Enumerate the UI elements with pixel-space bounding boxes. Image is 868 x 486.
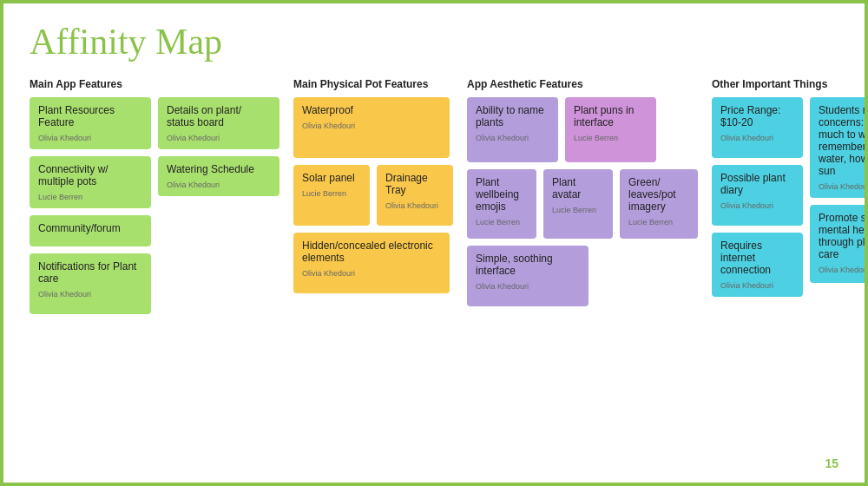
sticky-hidden: Hidden/concealed electronic elements Oli… bbox=[293, 233, 450, 293]
main-app-col1: Plant Resources Feature Olivia Khedouri … bbox=[30, 97, 151, 321]
section-title-aesthetic: App Aesthetic Features bbox=[467, 78, 698, 90]
sticky-waterproof: Waterproof Olivia Khedouri bbox=[293, 97, 450, 158]
section-title-other: Other Important Things bbox=[712, 78, 868, 90]
section-physical-pot: Main Physical Pot Features Waterproof Ol… bbox=[293, 78, 453, 300]
other-col1: Price Range: $10-20 Olivia Khedouri Poss… bbox=[712, 97, 803, 304]
sticky-community: Community/forum bbox=[30, 215, 151, 246]
sticky-students-main: Students main concerns: How much to wate… bbox=[810, 97, 868, 198]
section-aesthetic: App Aesthetic Features Ability to name p… bbox=[467, 78, 698, 313]
section-other: Other Important Things Price Range: $10-… bbox=[712, 78, 868, 304]
sticky-watering: Watering Schedule Olivia Khedouri bbox=[158, 156, 279, 196]
page-title: Affinity Map bbox=[30, 21, 838, 62]
sticky-details-plant: Details on plant/ status board Olivia Kh… bbox=[158, 97, 279, 149]
page: Affinity Map Main App Features Plant Res… bbox=[3, 3, 865, 483]
sticky-ability-name: Ability to name plants Olivia Khedouri bbox=[467, 97, 558, 162]
sticky-connectivity: Connectivity w/ multiple pots Lucie Berr… bbox=[30, 156, 151, 208]
sticky-price: Price Range: $10-20 Olivia Khedouri bbox=[712, 97, 803, 158]
sticky-green-leaves: Green/ leaves/pot imagery Lucie Berren bbox=[620, 169, 698, 239]
sticky-promote-mental: Promote student mental health through pl… bbox=[810, 205, 868, 283]
sticky-plant-puns: Plant puns in interface Lucie Berren bbox=[565, 97, 656, 162]
section-title-main-app: Main App Features bbox=[30, 78, 279, 90]
affinity-map-columns: Main App Features Plant Resources Featur… bbox=[30, 78, 838, 321]
sticky-solar: Solar panel Lucie Berren bbox=[293, 165, 370, 226]
sticky-drainage: Drainage Tray Olivia Khedouri bbox=[377, 165, 453, 226]
aesthetic-row2: Plant wellbeing emojis Lucie Berren Plan… bbox=[467, 169, 698, 246]
other-cols: Price Range: $10-20 Olivia Khedouri Poss… bbox=[712, 97, 868, 304]
sticky-simple: Simple, soothing interface Olivia Khedou… bbox=[467, 246, 589, 306]
sticky-notifications: Notifications for Plant care Olivia Khed… bbox=[30, 253, 151, 314]
main-app-col2: Details on plant/ status board Olivia Kh… bbox=[158, 97, 279, 321]
sticky-avatar: Plant avatar Lucie Berren bbox=[543, 169, 613, 239]
sticky-internet: Requires internet connection Olivia Khed… bbox=[712, 233, 803, 297]
main-app-cols: Plant Resources Feature Olivia Khedouri … bbox=[30, 97, 279, 321]
sticky-possible-diary: Possible plant diary Olivia Khedouri bbox=[712, 165, 803, 226]
sticky-plant-resources: Plant Resources Feature Olivia Khedouri bbox=[30, 97, 151, 149]
physical-sub-cols: Solar panel Lucie Berren Drainage Tray O… bbox=[293, 165, 453, 233]
aesthetic-row1: Ability to name plants Olivia Khedouri P… bbox=[467, 97, 698, 169]
page-number: 15 bbox=[825, 456, 838, 470]
section-main-app-features: Main App Features Plant Resources Featur… bbox=[30, 78, 279, 321]
other-col2: Students main concerns: How much to wate… bbox=[810, 97, 868, 304]
sticky-wellbeing: Plant wellbeing emojis Lucie Berren bbox=[467, 169, 536, 239]
section-title-physical: Main Physical Pot Features bbox=[293, 78, 453, 90]
